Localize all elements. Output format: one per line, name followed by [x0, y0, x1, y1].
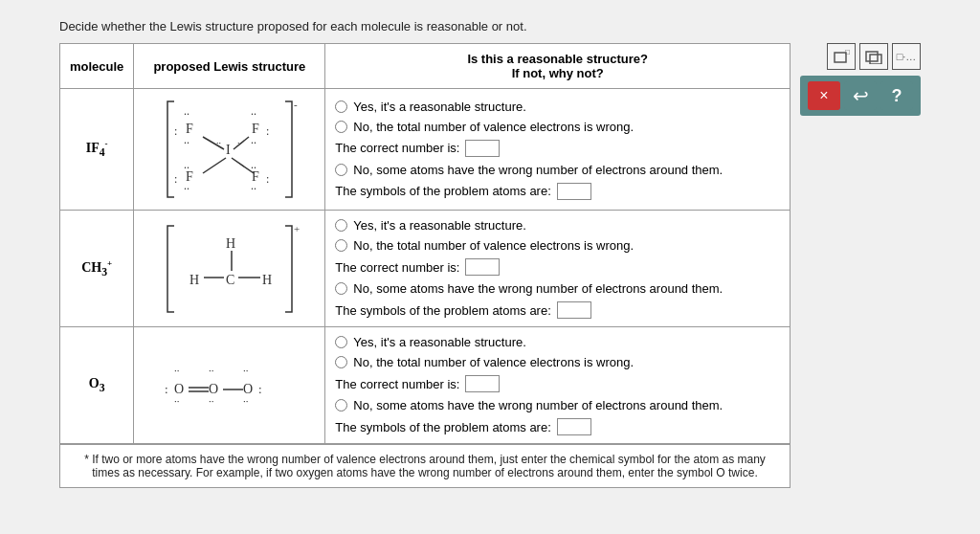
table-row: CH3+ + H: [60, 211, 791, 327]
option-3-5: The symbols of the problem atoms are:: [335, 418, 780, 435]
close-button[interactable]: ×: [808, 81, 840, 110]
radio-2-2[interactable]: [335, 239, 347, 252]
svg-text:··: ··: [243, 365, 249, 376]
correct-number-input-2[interactable]: [465, 258, 500, 276]
toolbar: □ □·… × ↩ ?: [800, 43, 921, 116]
correct-number-input-3[interactable]: [465, 375, 500, 392]
option-2-4[interactable]: No, some atoms have the wrong number of …: [335, 281, 780, 296]
svg-text:··: ··: [251, 136, 256, 149]
svg-text:··: ··: [184, 107, 189, 121]
svg-text:··: ··: [184, 136, 189, 149]
svg-text::: :: [174, 172, 177, 186]
window-icon-1[interactable]: □: [827, 43, 856, 70]
molecule-label-1: IF4-: [60, 89, 134, 211]
header-question: Is this a reasonable structure? If not, …: [325, 44, 791, 89]
radio-1-1[interactable]: [335, 100, 347, 113]
option-1-3: The correct number is:: [335, 140, 780, 157]
radio-group-1: Yes, it's a reasonable structure. No, th…: [335, 100, 780, 200]
radio-group-3: Yes, it's a reasonable structure. No, th…: [335, 335, 780, 435]
header-molecule: molecule: [60, 44, 134, 89]
window-icon-2[interactable]: [859, 43, 888, 70]
svg-text::: :: [258, 382, 262, 396]
radio-3-4[interactable]: [335, 399, 347, 412]
content-row: molecule proposed Lewis structure Is thi…: [59, 43, 921, 488]
radio-2-1[interactable]: [335, 219, 347, 232]
svg-text:H: H: [189, 273, 199, 287]
svg-text:H: H: [226, 236, 235, 251]
option-3-2[interactable]: No, the total number of valence electron…: [335, 355, 780, 369]
svg-text:··: ··: [251, 182, 256, 195]
svg-text:··: ··: [174, 395, 180, 407]
instruction-text: Decide whether the Lewis structure propo…: [59, 19, 921, 33]
problem-atoms-input-2[interactable]: [557, 301, 591, 319]
svg-text:··: ··: [251, 107, 256, 121]
svg-text:··: ··: [209, 365, 214, 376]
option-2-1[interactable]: Yes, it's a reasonable structure.: [335, 218, 780, 233]
svg-text:··: ··: [174, 365, 180, 376]
option-1-4[interactable]: No, some atoms have the wrong number of …: [335, 163, 780, 177]
svg-text:··: ··: [243, 395, 249, 407]
svg-text::: :: [165, 382, 168, 396]
undo-button[interactable]: ↩: [844, 81, 877, 110]
radio-3-1[interactable]: [335, 336, 347, 348]
svg-text:O: O: [209, 382, 218, 396]
svg-text:□: □: [845, 49, 850, 56]
svg-text:C: C: [226, 273, 234, 287]
svg-text:O: O: [243, 382, 253, 396]
option-2-5: The symbols of the problem atoms are:: [335, 301, 780, 319]
help-button[interactable]: ?: [880, 81, 913, 110]
option-3-3: The correct number is:: [335, 375, 780, 392]
svg-line-22: [203, 158, 226, 173]
svg-text:F: F: [186, 122, 193, 136]
table-row: O3 ·· ·· :: [60, 327, 791, 444]
radio-2-4[interactable]: [335, 282, 347, 295]
option-1-2[interactable]: No, the total number of valence electron…: [335, 120, 780, 134]
problem-atoms-input-1[interactable]: [557, 183, 591, 200]
svg-text:H: H: [262, 273, 272, 287]
page-wrapper: Decide whether the Lewis structure propo…: [59, 19, 921, 488]
lewis-structure-1: - ·· F ·· :: [134, 89, 325, 211]
options-2: Yes, it's a reasonable structure. No, th…: [325, 211, 791, 327]
header-lewis: proposed Lewis structure: [134, 44, 325, 89]
lewis-structure-3: ·· ·· : O ··: [134, 327, 325, 444]
option-3-4[interactable]: No, some atoms have the wrong number of …: [335, 398, 780, 412]
svg-rect-49: [870, 55, 881, 64]
radio-group-2: Yes, it's a reasonable structure. No, th…: [335, 218, 780, 319]
option-2-2[interactable]: No, the total number of valence electron…: [335, 238, 780, 253]
svg-text:··: ··: [209, 395, 214, 407]
svg-text:F: F: [252, 122, 259, 136]
molecule-label-3: O3: [60, 327, 134, 444]
svg-text:··: ··: [184, 182, 189, 195]
options-3: Yes, it's a reasonable structure. No, th…: [325, 327, 791, 444]
svg-text:-: -: [294, 99, 298, 110]
molecule-label-2: CH3+: [60, 211, 134, 327]
svg-text:+: +: [294, 223, 300, 234]
problem-atoms-input-3[interactable]: [557, 418, 591, 435]
svg-text:I: I: [226, 143, 231, 157]
table-row: IF4- -: [60, 89, 791, 211]
svg-text:O: O: [174, 382, 184, 396]
option-2-3: The correct number is:: [335, 258, 780, 276]
svg-text::: :: [266, 172, 269, 186]
option-3-1[interactable]: Yes, it's a reasonable structure.: [335, 335, 780, 349]
option-1-1[interactable]: Yes, it's a reasonable structure.: [335, 100, 780, 114]
radio-1-4[interactable]: [335, 164, 347, 176]
toolbar-buttons: × ↩ ?: [800, 76, 921, 116]
svg-text::: :: [174, 124, 177, 138]
window-icon-3[interactable]: □·…: [892, 43, 921, 70]
svg-text::: :: [266, 124, 269, 138]
footnote: * If two or more atoms have the wrong nu…: [59, 444, 791, 488]
main-table: molecule proposed Lewis structure Is thi…: [59, 43, 791, 444]
lewis-structure-2: + H C H H: [134, 211, 325, 327]
radio-1-2[interactable]: [335, 121, 347, 133]
toolbar-icons: □ □·…: [827, 43, 921, 70]
correct-number-input-1[interactable]: [465, 140, 500, 157]
radio-3-2[interactable]: [335, 356, 347, 368]
options-1: Yes, it's a reasonable structure. No, th…: [325, 89, 791, 211]
svg-rect-48: [866, 52, 878, 61]
option-1-5: The symbols of the problem atoms are:: [335, 183, 780, 200]
